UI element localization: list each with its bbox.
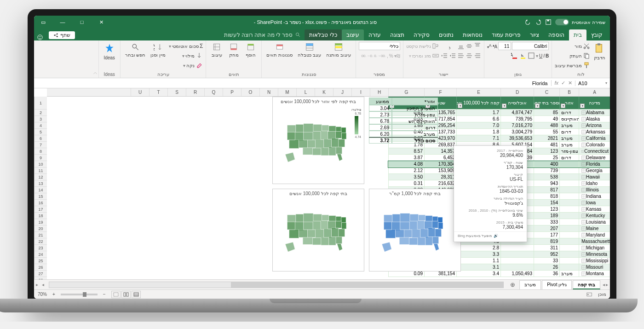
- tab-file[interactable]: קובץ: [586, 29, 607, 40]
- table-header-cell[interactable]: אוכלוסייה▾: [500, 97, 534, 110]
- table-cell[interactable]: 818: [534, 193, 559, 200]
- table-cell[interactable]: [559, 180, 579, 187]
- table-cell[interactable]: 400: [534, 161, 559, 167]
- table-cell[interactable]: Iowa: [579, 200, 610, 206]
- table-header-cell[interactable]: מספר בתי קפה▾: [534, 97, 559, 110]
- row-header[interactable]: 20: [34, 225, 47, 232]
- cut-button[interactable]: גזור: [555, 41, 590, 51]
- table-cell[interactable]: 819: [534, 238, 559, 245]
- column-header[interactable]: P: [223, 88, 241, 96]
- clear-button[interactable]: נקה ▾: [169, 61, 203, 70]
- column-header[interactable]: J: [333, 88, 351, 96]
- table-cell[interactable]: מערב: [559, 142, 579, 148]
- fill-button[interactable]: מילוי ▾: [169, 51, 203, 60]
- decrease-decimal-button[interactable]: .0→.00: [361, 54, 373, 58]
- indent-decrease-icon[interactable]: [449, 52, 456, 59]
- table-cell[interactable]: Mississippi: [579, 258, 610, 264]
- row-header[interactable]: 22: [34, 238, 47, 245]
- fill-color-button[interactable]: [519, 52, 527, 59]
- row-header[interactable]: 6: [34, 135, 47, 142]
- table-cell[interactable]: 1.7: [456, 110, 500, 116]
- row-header[interactable]: 12: [34, 174, 47, 180]
- column-header[interactable]: N: [259, 88, 278, 96]
- table-cell[interactable]: 381,154: [424, 271, 456, 277]
- table-cell[interactable]: [559, 193, 579, 200]
- accept-formula-icon[interactable]: ✓: [561, 80, 565, 86]
- table-cell[interactable]: [559, 225, 579, 232]
- table-cell[interactable]: מערב: [559, 271, 579, 277]
- close-button[interactable]: ✕: [92, 16, 110, 29]
- insert-cells-button[interactable]: הוסף: [243, 41, 259, 58]
- add-sheet-button[interactable]: ⊕: [506, 281, 519, 288]
- currency-button[interactable]: ₪▾: [394, 53, 400, 58]
- column-header[interactable]: G: [388, 88, 424, 96]
- row-header[interactable]: 19: [34, 219, 47, 225]
- tab-help[interactable]: עזרה: [364, 29, 385, 40]
- row-header[interactable]: 7: [34, 142, 47, 148]
- increase-font-icon[interactable]: A▴: [493, 43, 498, 49]
- table-header-cell[interactable]: בתי קפה לכל 100,000 אנשים▾: [456, 97, 500, 110]
- redo-icon[interactable]: [525, 19, 531, 25]
- conditional-formatting-button[interactable]: עיצוב מותנה: [324, 41, 353, 58]
- table-row[interactable]: Montanaמערב361,050,4933.4381,1540.09: [388, 271, 610, 277]
- align-center-icon[interactable]: [466, 52, 473, 59]
- table-cell[interactable]: [559, 161, 579, 167]
- table-cell[interactable]: 2.12: [388, 167, 424, 174]
- column-header[interactable]: T: [149, 88, 167, 96]
- column-header[interactable]: O: [241, 88, 259, 96]
- formula-input[interactable]: Florida: [34, 81, 551, 86]
- row-header[interactable]: 9: [34, 155, 47, 161]
- find-select-button[interactable]: חפש ובחר: [123, 41, 148, 58]
- table-cell[interactable]: 311: [534, 245, 559, 251]
- underline-button[interactable]: U: [539, 53, 542, 58]
- cell-styles-button[interactable]: סגנונות תאים: [264, 41, 294, 58]
- table-cell[interactable]: 1.8: [456, 129, 500, 135]
- column-header[interactable]: B: [559, 88, 579, 96]
- table-cell[interactable]: Arizona: [579, 122, 610, 129]
- table-cell[interactable]: [500, 251, 534, 258]
- table-cell[interactable]: 3.4: [456, 271, 500, 277]
- table-cell[interactable]: [559, 213, 579, 219]
- table-cell[interactable]: 26: [534, 264, 559, 271]
- table-cell[interactable]: 8.57: [388, 148, 424, 155]
- view-normal-icon[interactable]: [132, 291, 141, 298]
- fx-icon[interactable]: fx: [554, 80, 558, 86]
- table-cell[interactable]: Georgia: [579, 167, 610, 174]
- table-cell[interactable]: 952: [534, 251, 559, 258]
- row-header[interactable]: 23: [34, 245, 47, 251]
- table-cell[interactable]: [559, 264, 579, 271]
- zoom-slider[interactable]: [61, 294, 98, 295]
- cancel-formula-icon[interactable]: ✕: [568, 80, 572, 86]
- comma-button[interactable]: ,: [387, 53, 388, 58]
- table-cell[interactable]: מערב: [559, 135, 579, 142]
- tab-page-layout[interactable]: פריסת עמוד: [487, 29, 525, 40]
- increase-decimal-button[interactable]: .00→.0: [374, 54, 386, 58]
- macro-record-icon[interactable]: [586, 291, 592, 298]
- column-header[interactable]: Q: [204, 88, 223, 96]
- table-cell[interactable]: Connecticut: [579, 148, 610, 155]
- column-header[interactable]: M: [278, 88, 296, 96]
- row-header[interactable]: 5: [34, 129, 47, 135]
- wrap-text-button[interactable]: גלישת טקסט: [406, 41, 439, 51]
- table-cell[interactable]: 7,016,270: [500, 122, 534, 129]
- table-cell[interactable]: 0.09: [388, 271, 424, 277]
- row-header[interactable]: 15: [34, 193, 47, 200]
- zoom-level[interactable]: 70%: [38, 292, 47, 297]
- table-cell[interactable]: 28,311: [424, 174, 456, 180]
- percent-button[interactable]: %: [389, 53, 393, 58]
- sheet-tab-3[interactable]: מערב: [519, 280, 541, 289]
- font-color-button[interactable]: A: [511, 52, 518, 59]
- table-cell[interactable]: 189: [534, 213, 559, 219]
- view-page-layout-icon[interactable]: [121, 291, 131, 298]
- column-header[interactable]: K: [315, 88, 333, 96]
- table-cell[interactable]: [559, 232, 579, 238]
- autosum-button[interactable]: Σסכום אוטומטי ▾: [169, 41, 203, 51]
- scroll-right-icon[interactable]: ◂: [40, 282, 46, 287]
- row-header[interactable]: 28: [34, 277, 47, 279]
- table-cell[interactable]: 3.87: [388, 155, 424, 161]
- zoom-out-button[interactable]: −: [103, 292, 106, 297]
- sheet-tab-1[interactable]: בתי קפה: [573, 280, 600, 289]
- table-cell[interactable]: 2.8: [456, 245, 500, 251]
- table-cell[interactable]: 4,874,747: [500, 110, 534, 116]
- zoom-in-button[interactable]: +: [52, 292, 55, 297]
